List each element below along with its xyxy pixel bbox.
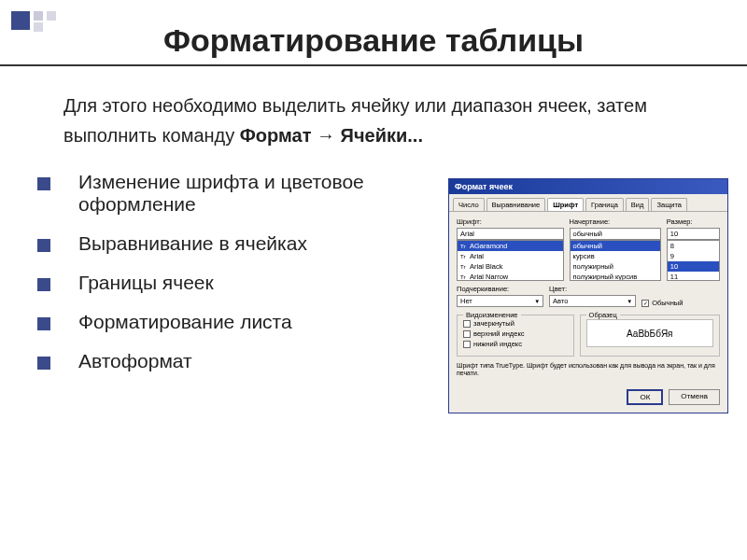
- chevron-down-icon: ▼: [627, 299, 632, 304]
- effects-group: Видоизменение зачеркнутый верхний индекс…: [457, 315, 574, 357]
- list-item-label: Границы ячеек: [78, 272, 448, 294]
- bullet-icon: [37, 278, 50, 291]
- bullet-icon: [37, 239, 50, 252]
- size-label: Размер:: [667, 217, 720, 226]
- checkbox-icon: ✓: [641, 300, 649, 307]
- list-item: Форматирование листа: [37, 311, 448, 333]
- list-item: Автоформат: [37, 350, 448, 372]
- list-item: Изменение шрифта и цветовое оформление: [37, 171, 448, 216]
- underline-select[interactable]: Нет▼: [457, 295, 543, 307]
- list-item: Выравнивание в ячейках: [37, 232, 448, 255]
- color-value: Авто: [553, 297, 568, 305]
- size-input[interactable]: 10: [667, 228, 720, 240]
- font-label: Шрифт:: [457, 217, 564, 226]
- tab-number[interactable]: Число: [453, 198, 485, 211]
- size-option[interactable]: 10: [668, 261, 719, 272]
- tab-alignment[interactable]: Выравнивание: [486, 198, 546, 211]
- truetype-icon: Tr: [460, 274, 468, 280]
- font-option[interactable]: AGaramond: [470, 242, 507, 250]
- bullet-icon: [37, 317, 50, 330]
- underline-value: Нет: [460, 297, 472, 305]
- bullet-icon: [37, 177, 50, 190]
- color-label: Цвет:: [549, 285, 636, 293]
- font-input[interactable]: Arial: [457, 228, 564, 240]
- chevron-down-icon: ▼: [534, 299, 540, 304]
- list-item-label: Выравнивание в ячейках: [78, 232, 448, 255]
- checkbox-label: нижний индекс: [473, 340, 522, 348]
- tab-font[interactable]: Шрифт: [547, 198, 584, 211]
- font-option[interactable]: Arial: [470, 252, 484, 260]
- dialog-title: Формат ячеек: [449, 179, 727, 194]
- ok-button[interactable]: ОК: [627, 389, 663, 405]
- checkbox-label: зачеркнутый: [473, 319, 514, 328]
- style-option[interactable]: полужирный курсив: [571, 272, 660, 281]
- truetype-icon: Tr: [460, 244, 468, 249]
- style-label: Начертание:: [570, 217, 661, 226]
- intro-text: Для этого необходимо выделить ячейку или…: [0, 91, 747, 150]
- strikethrough-checkbox[interactable]: зачеркнутый: [463, 319, 568, 328]
- underline-label: Подчеркивание:: [457, 285, 543, 293]
- title-underline: [0, 64, 747, 66]
- checkbox-icon: [463, 341, 471, 348]
- style-option[interactable]: полужирный: [571, 261, 660, 272]
- checkbox-label: верхний индекс: [473, 329, 525, 338]
- list-item-label: Автоформат: [78, 350, 448, 372]
- cancel-button[interactable]: Отмена: [669, 389, 720, 405]
- dialog-note: Шрифт типа TrueType. Шрифт будет использ…: [457, 362, 720, 378]
- list-item-label: Изменение шрифта и цветовое оформление: [78, 171, 448, 216]
- slide-decoration: [11, 11, 67, 32]
- dialog-tabs: Число Выравнивание Шрифт Граница Вид Защ…: [449, 194, 727, 212]
- dialog-body: Шрифт: Arial TrAGaramond TrArial TrArial…: [449, 212, 727, 384]
- checkbox-icon: [463, 320, 471, 328]
- bullet-list: Изменение шрифта и цветовое оформление В…: [37, 171, 448, 389]
- list-item: Границы ячеек: [37, 272, 448, 294]
- size-option[interactable]: 9: [668, 251, 719, 261]
- font-option[interactable]: Arial Black: [470, 262, 502, 271]
- tab-view[interactable]: Вид: [626, 198, 650, 211]
- intro-command: Формат → Ячейки...: [240, 125, 423, 146]
- dialog-footer: ОК Отмена: [449, 384, 727, 413]
- effects-legend: Видоизменение: [463, 311, 521, 319]
- tab-border[interactable]: Граница: [585, 198, 624, 211]
- style-input[interactable]: обычный: [570, 228, 661, 240]
- format-cells-dialog: Формат ячеек Число Выравнивание Шрифт Гр…: [448, 178, 728, 413]
- sample-legend: Образец: [586, 311, 620, 319]
- slide-title: Форматирование таблицы: [0, 0, 747, 64]
- tab-protection[interactable]: Защита: [651, 198, 687, 211]
- list-item-label: Форматирование листа: [78, 311, 448, 333]
- bullet-icon: [37, 357, 50, 370]
- font-list[interactable]: TrAGaramond TrArial TrArial Black TrAria…: [457, 240, 564, 281]
- style-option[interactable]: курсив: [571, 251, 660, 261]
- sample-group: Образец АаВbБбЯя: [580, 315, 720, 357]
- size-option[interactable]: 11: [668, 272, 719, 281]
- truetype-icon: Tr: [460, 254, 468, 259]
- size-list[interactable]: 8 9 10 11: [667, 240, 720, 281]
- normal-font-checkbox[interactable]: ✓Обычный: [641, 299, 683, 307]
- size-option[interactable]: 8: [668, 241, 719, 251]
- checkbox-icon: [463, 330, 471, 338]
- style-list[interactable]: обычный курсив полужирный полужирный кур…: [570, 240, 661, 281]
- subscript-checkbox[interactable]: нижний индекс: [463, 340, 568, 348]
- font-option[interactable]: Arial Narrow: [470, 273, 508, 281]
- color-select[interactable]: Авто▼: [549, 295, 636, 307]
- style-option[interactable]: обычный: [571, 241, 660, 251]
- truetype-icon: Tr: [460, 264, 468, 270]
- sample-preview: АаВbБбЯя: [586, 319, 713, 347]
- checkbox-label: Обычный: [652, 299, 683, 307]
- superscript-checkbox[interactable]: верхний индекс: [463, 329, 568, 338]
